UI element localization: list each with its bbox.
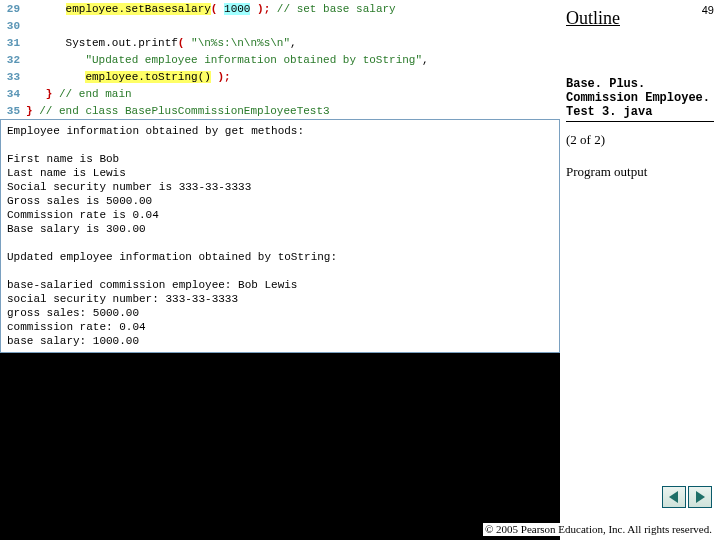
section-label: Program output xyxy=(566,164,714,180)
line-number: 32 xyxy=(0,54,26,66)
code-line: 33 employee.toString() ); xyxy=(0,68,560,85)
outline-title: Outline xyxy=(566,8,714,29)
code-line: 34 } // end main xyxy=(0,85,560,102)
code-text: employee.toString() ); xyxy=(26,71,231,83)
code-text: System.out.printf( "\n%s:\n\n%s\n", xyxy=(26,37,297,49)
code-text: } // end class BasePlusCommissionEmploye… xyxy=(26,105,330,117)
program-output: Employee information obtained by get met… xyxy=(0,119,560,353)
next-button[interactable] xyxy=(688,486,712,508)
code-line: 32 "Updated employee information obtaine… xyxy=(0,51,560,68)
line-number: 33 xyxy=(0,71,26,83)
prev-button[interactable] xyxy=(662,486,686,508)
code-text: "Updated employee information obtained b… xyxy=(26,54,429,66)
triangle-right-icon xyxy=(693,490,707,504)
line-number: 35 xyxy=(0,105,26,117)
file-label: Base. Plus. Commission Employee. Test 3.… xyxy=(566,77,714,122)
page-number: 49 xyxy=(702,4,714,16)
line-number: 30 xyxy=(0,20,26,32)
nav-arrows xyxy=(662,486,712,508)
left-panel: 29 employee.setBasesalary( 1000 ); // se… xyxy=(0,0,560,353)
svg-marker-0 xyxy=(669,491,678,503)
line-number: 29 xyxy=(0,3,26,15)
code-line: 31 System.out.printf( "\n%s:\n\n%s\n", xyxy=(0,34,560,51)
part-label: (2 of 2) xyxy=(566,132,714,148)
code-text: employee.setBasesalary( 1000 ); // set b… xyxy=(26,3,396,15)
code-text: } // end main xyxy=(26,88,132,100)
code-line: 30 xyxy=(0,17,560,34)
triangle-left-icon xyxy=(667,490,681,504)
code-line: 29 employee.setBasesalary( 1000 ); // se… xyxy=(0,0,560,17)
right-panel: 49 Outline Base. Plus. Commission Employ… xyxy=(560,0,720,540)
copyright: © 2005 Pearson Education, Inc. All right… xyxy=(483,523,714,536)
code-block: 29 employee.setBasesalary( 1000 ); // se… xyxy=(0,0,560,119)
line-number: 31 xyxy=(0,37,26,49)
svg-marker-1 xyxy=(696,491,705,503)
line-number: 34 xyxy=(0,88,26,100)
code-line: 35} // end class BasePlusCommissionEmplo… xyxy=(0,102,560,119)
